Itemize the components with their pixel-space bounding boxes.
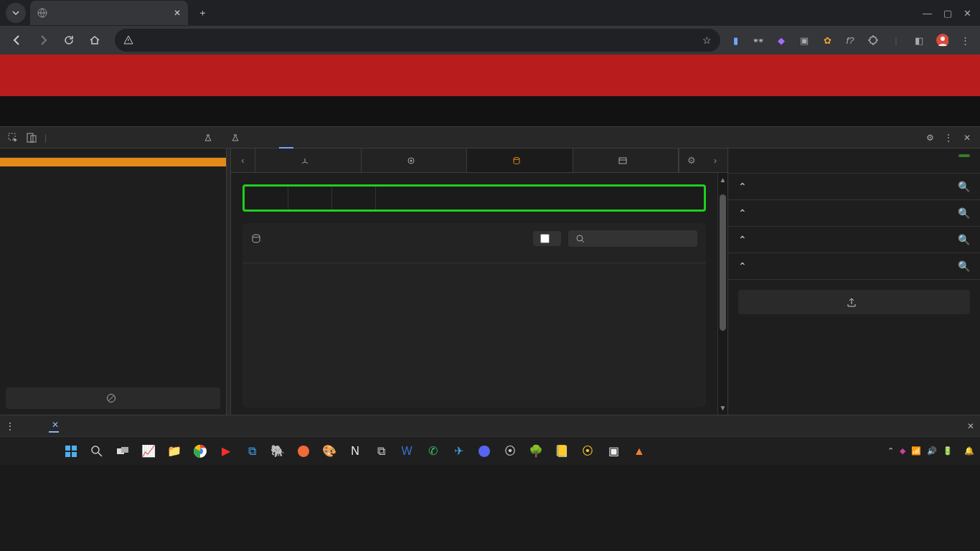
- prettify-toggle[interactable]: [533, 231, 561, 246]
- search-icon[interactable]: 🔍: [958, 260, 970, 272]
- device-toggle-icon[interactable]: [23, 129, 40, 146]
- back-button[interactable]: [6, 29, 29, 52]
- whatsapp-icon[interactable]: ✆: [422, 441, 443, 462]
- close-window-icon[interactable]: ✕: [963, 8, 971, 19]
- tab-network[interactable]: [98, 127, 113, 149]
- gear-icon[interactable]: ⚙: [921, 129, 938, 146]
- tab-console[interactable]: [67, 127, 81, 149]
- cw-tab-views[interactable]: [573, 149, 679, 172]
- taskview-icon[interactable]: [112, 441, 133, 462]
- tab-memory[interactable]: [130, 127, 144, 149]
- address-bar[interactable]: ☆: [115, 29, 720, 52]
- extensions-button[interactable]: [867, 34, 880, 47]
- drawer-menu-icon[interactable]: ⋮: [6, 421, 14, 431]
- search-icon[interactable]: [86, 441, 108, 462]
- scroll-left-icon[interactable]: ‹: [231, 149, 255, 172]
- clear-button[interactable]: [6, 387, 220, 409]
- tab-clockwork[interactable]: [279, 127, 293, 149]
- share-button[interactable]: [738, 290, 970, 314]
- vlc-icon[interactable]: ▲: [628, 441, 650, 462]
- search-input[interactable]: [590, 233, 690, 244]
- not-secure-indicator[interactable]: [123, 35, 138, 45]
- app-icon[interactable]: 🌳: [525, 441, 547, 462]
- vscode-icon[interactable]: ⧉: [241, 441, 263, 462]
- youtube-icon[interactable]: ▶: [215, 441, 237, 462]
- cw-tab-performance[interactable]: [255, 149, 362, 172]
- side-panel-icon[interactable]: ◧: [913, 34, 925, 47]
- reload-button[interactable]: [57, 29, 80, 52]
- maximize-icon[interactable]: ▢: [943, 8, 952, 19]
- request-row[interactable]: [0, 158, 226, 166]
- extension-icon[interactable]: ▣: [798, 34, 811, 47]
- tray-chevron-icon[interactable]: ⌃: [887, 446, 894, 456]
- wifi-icon[interactable]: 📶: [911, 446, 921, 456]
- drawer-whatsnew[interactable]: ✕: [49, 420, 59, 433]
- scroll-right-icon[interactable]: ›: [703, 149, 727, 172]
- close-devtools-icon[interactable]: ✕: [958, 129, 976, 146]
- tab-security[interactable]: [161, 127, 176, 149]
- tab-performance[interactable]: [114, 127, 128, 149]
- extension-icon[interactable]: ✿: [821, 34, 834, 47]
- obs-icon[interactable]: ⦿: [499, 441, 521, 462]
- queries-search[interactable]: [568, 230, 697, 247]
- extension-icon[interactable]: ▮: [729, 34, 742, 47]
- search-icon[interactable]: 🔍: [958, 181, 970, 192]
- file-explorer-icon[interactable]: 📁: [164, 441, 185, 462]
- section-session[interactable]: ⌃🔍: [728, 253, 980, 280]
- cw-settings-icon[interactable]: ⚙: [679, 149, 703, 172]
- new-tab-button[interactable]: ＋: [192, 3, 212, 23]
- cw-tab-database[interactable]: [467, 149, 573, 172]
- terminal-icon[interactable]: ⧉: [370, 441, 392, 462]
- section-middleware[interactable]: ⌃🔍: [728, 227, 980, 253]
- extension-icon[interactable]: f?: [844, 34, 857, 47]
- app-icon[interactable]: 🐘: [267, 441, 288, 462]
- scroll-up-icon[interactable]: ▲: [718, 176, 727, 184]
- menu-icon[interactable]: ⋮: [958, 34, 971, 47]
- tray-app-icon[interactable]: ◆: [900, 446, 905, 456]
- forward-button[interactable]: [32, 29, 55, 52]
- start-button[interactable]: [60, 441, 82, 462]
- tab-search-button[interactable]: [6, 3, 26, 23]
- close-icon[interactable]: ✕: [52, 420, 59, 430]
- scroll-down-icon[interactable]: ▼: [718, 404, 727, 412]
- section-headers[interactable]: ⌃🔍: [728, 174, 980, 200]
- profile-avatar[interactable]: [936, 34, 948, 47]
- notifications-icon[interactable]: 🔔: [964, 446, 974, 456]
- tab-elements[interactable]: [51, 127, 65, 149]
- chrome-icon[interactable]: [189, 441, 211, 462]
- browser-tab[interactable]: ✕: [30, 1, 188, 25]
- tab-sources[interactable]: [83, 127, 97, 149]
- tab-perf-insights[interactable]: [220, 127, 246, 149]
- app-icon[interactable]: 📒: [551, 441, 573, 462]
- minimize-icon[interactable]: —: [923, 8, 932, 19]
- search-icon[interactable]: 🔍: [958, 234, 970, 245]
- close-drawer-icon[interactable]: ✕: [967, 421, 974, 431]
- discord-icon[interactable]: [473, 441, 495, 462]
- scrollbar[interactable]: ▲ ▼: [717, 173, 727, 415]
- tab-cookie-editor[interactable]: [263, 127, 278, 149]
- cw-tab-models[interactable]: [362, 149, 468, 172]
- app-icon[interactable]: ▣: [603, 441, 624, 462]
- home-button[interactable]: [83, 29, 106, 52]
- word-icon[interactable]: W: [396, 441, 418, 462]
- close-tab-icon[interactable]: ✕: [174, 8, 181, 18]
- app-icon[interactable]: 📈: [138, 441, 159, 462]
- inspect-icon[interactable]: [4, 129, 22, 146]
- figma-icon[interactable]: 🎨: [319, 441, 340, 462]
- star-icon[interactable]: ☆: [702, 34, 712, 46]
- tab-adblock[interactable]: [248, 127, 262, 149]
- prettify-checkbox[interactable]: [540, 234, 550, 243]
- battery-icon[interactable]: 🔋: [943, 446, 953, 456]
- postman-icon[interactable]: [293, 441, 314, 462]
- telegram-icon[interactable]: ✈: [448, 441, 469, 462]
- notion-icon[interactable]: N: [344, 441, 366, 462]
- section-cookies[interactable]: ⌃🔍: [728, 200, 980, 227]
- scrollbar-thumb[interactable]: [720, 194, 726, 331]
- tab-recorder[interactable]: [193, 127, 219, 149]
- volume-icon[interactable]: 🔊: [927, 446, 937, 456]
- extension-icon[interactable]: ◆: [775, 34, 788, 47]
- more-icon[interactable]: ⋮: [940, 129, 957, 146]
- extension-icon[interactable]: 👓: [752, 34, 765, 47]
- tab-application[interactable]: [146, 127, 160, 149]
- tab-lighthouse[interactable]: [177, 127, 192, 149]
